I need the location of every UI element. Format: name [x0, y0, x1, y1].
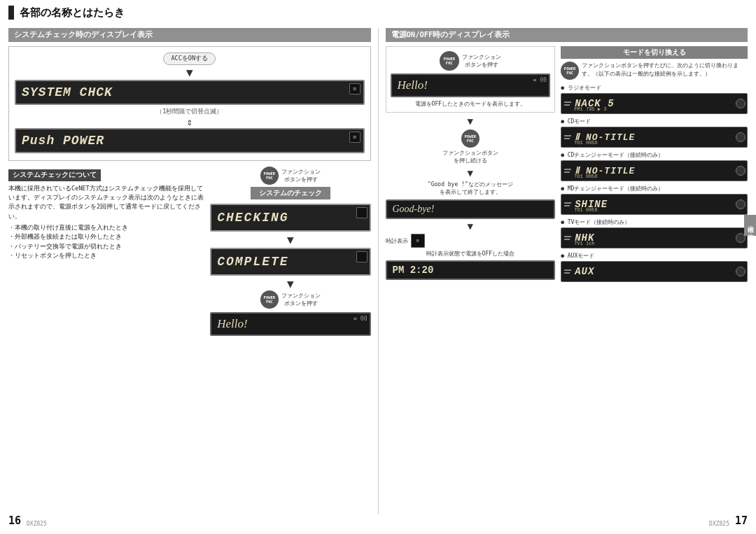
clock-power-note: 時計表示状態で電源をOFFした場合	[386, 250, 556, 258]
right-section-header: 電源ON/OFF時のディスプレイ表示	[386, 28, 748, 42]
checking-text: CHECKING	[217, 211, 288, 225]
right-page: 電源ON/OFF時のディスプレイ表示 POWER FNC ファンクション ボタン…	[382, 6, 748, 528]
tv-mode-label: ● TVモード（接続時のみ）	[561, 218, 748, 226]
hello-text-right: Hello!	[398, 78, 428, 92]
fnc-bottom-row: POWER FNC ファンクション ボタンを押す	[260, 290, 321, 309]
push-power-display: Push POWER ⊡	[15, 128, 365, 153]
aux-display: AUX	[561, 261, 748, 282]
power-off-note: 電源をOFFしたときのモードを表示します。	[415, 100, 526, 108]
mode-switch-title: モードを切り換える	[561, 46, 748, 59]
bullet-3: ・バッテリー交換等で電源が切れたとき	[8, 242, 204, 252]
cd-knob	[736, 132, 746, 142]
arrow-right-2: ▼	[386, 167, 556, 178]
bullet-list: ・本機の取り付け直後に電源を入れたとき ・外部機器を接続または取り外したとき ・…	[8, 223, 204, 261]
power-off-box: POWER FNC ファンクション ボタンを押す Hello! ≡ 00 電源を…	[386, 46, 556, 113]
bullet-1: ・本機の取り付け直後に電源を入れたとき	[8, 223, 204, 233]
arrow-check-1: ▼	[287, 233, 294, 246]
info-title: システムチェックについて	[8, 169, 101, 181]
fnc-button-right-top[interactable]: POWER FNC	[440, 51, 459, 71]
arrow-right-3: ▼	[386, 220, 556, 232]
seg-3	[356, 207, 368, 218]
tv-display: NHK TV1 1ch	[561, 227, 748, 248]
bullet-4: ・リセットボタンを押したとき	[8, 251, 204, 261]
aux-bars	[564, 269, 573, 274]
acc-label: ACCをONする	[163, 52, 216, 65]
arrow-check-2: ▼	[287, 277, 294, 290]
radio-sub: FM1 795 ▶ 3	[574, 106, 606, 112]
cd-changer-sub: TO1 0056	[574, 174, 598, 179]
complete-display: COMPLETE	[210, 248, 370, 276]
cd-changer-display: Ⅱ NO-TITLE TO1 0056	[561, 160, 748, 181]
double-arrow: ⇕	[15, 117, 365, 127]
acc-label-container: ACCをONする	[15, 52, 365, 65]
md-knob	[736, 199, 746, 209]
page-num-left: 16	[8, 514, 21, 527]
power-off-column: POWER FNC ファンクション ボタンを押す Hello! ≡ 00 電源を…	[386, 46, 556, 284]
seg-display-2: ⊡	[349, 132, 360, 143]
hello-text-left: Hello!	[217, 317, 247, 331]
arrow-1: ▼	[15, 67, 365, 78]
tv-sub: TV1 1ch	[574, 241, 594, 246]
hello-display-left: Hello! ≡ 00	[210, 312, 370, 336]
md-bars	[564, 202, 573, 207]
right-content: POWER FNC ファンクション ボタンを押す Hello! ≡ 00 電源を…	[386, 46, 748, 284]
push-fnc-label-1: ファンクション ボタンを押す	[281, 168, 321, 183]
cd-changer-knob	[736, 166, 746, 176]
mode-switch-text: ファンクションボタンを押すたびに、次のように切り換わります。（以下の表示は一般的…	[582, 62, 748, 78]
md-sub: TO1 0056	[574, 207, 598, 213]
goodbye-msg: "Good bye !"などのメッセージ を表示して終了します。	[386, 181, 556, 196]
tv-bars	[564, 235, 573, 241]
system-chck-text: SYSTEM CHCK	[22, 85, 113, 99]
radio-bars	[564, 101, 573, 106]
pm-text: PM 2:20	[393, 265, 434, 276]
pm-display: PM 2:20	[386, 260, 556, 280]
radio-knob	[736, 99, 746, 108]
fnc-continue-container: POWER FNC ファンクションボタン を押し続ける	[386, 129, 556, 164]
clock-label: 時計表示	[386, 237, 408, 245]
goodbye-text: Good-bye!	[393, 204, 435, 215]
side-tab: 本機の操作	[744, 215, 756, 236]
switch-note: （1秒間隔で切替点滅）	[15, 107, 365, 116]
cd-changer-bars	[564, 168, 573, 174]
hello-display-right: Hello! ≡ 00	[391, 73, 551, 97]
md-changer-label: ● MDチェンジャーモード（接続時のみ）	[561, 185, 748, 192]
seg-4	[356, 251, 368, 262]
mode-switch-column: モードを切り換える POWER FNC ファンクションボタンを押すたびに、次のよ…	[561, 46, 748, 284]
info-text: 本機に採用されているCeNET方式はシステムチェック機能を採用しています。ディス…	[8, 184, 204, 221]
cd-bars	[564, 134, 573, 140]
system-check-flow-header: システムのチェック	[251, 187, 330, 199]
hello-icons-right: ≡ 00	[533, 77, 547, 83]
model-left: DXZ825	[27, 521, 47, 527]
system-chck-display: SYSTEM CHCK ⊡	[15, 80, 365, 105]
radio-mode-label: ● ラジオモード	[561, 84, 748, 92]
fnc-button-2[interactable]: POWER FNC	[260, 290, 279, 309]
aux-knob	[736, 267, 746, 276]
fnc-button-1[interactable]: POWER FNC	[260, 167, 279, 185]
page-num-right: 17	[735, 514, 748, 527]
mode-fnc-row: POWER FNC ファンクションボタンを押すたびに、次のように切り換わります。…	[561, 62, 748, 80]
bullet-2: ・外部機器を接続または取り外したとき	[8, 232, 204, 242]
cd-display: Ⅱ NO-TITLE TO1 0056	[561, 127, 748, 148]
fnc-top-row: POWER FNC ファンクション ボタンを押す	[260, 167, 321, 185]
fnc-button-mode[interactable]: POWER FNC	[561, 62, 579, 80]
model-right: DXZ825	[709, 521, 729, 527]
aux-mode-label: ● AUXモード	[561, 252, 748, 260]
complete-text: COMPLETE	[217, 255, 288, 269]
push-fnc-continue: ファンクションボタン を押し続ける	[442, 149, 498, 164]
arrow-right-1: ▼	[386, 115, 556, 127]
left-section-header: システムチェック時のディスプレイ表示	[8, 28, 371, 42]
md-display: SHINE TO1 0056	[561, 194, 748, 215]
left-page: システムチェック時のディスプレイ表示 ACCをONする ▼ SYSTEM CHC…	[8, 6, 375, 528]
push-power-text: Push POWER	[22, 134, 104, 148]
clock-icon: ⊙	[411, 234, 425, 248]
cd-mode-label: ● CDモード	[561, 118, 748, 125]
cd-sub: TO1 0056	[574, 140, 598, 146]
clock-row: 時計表示 ⊙	[386, 234, 556, 248]
fnc-button-continue[interactable]: POWER FNC	[461, 129, 479, 148]
checking-display: CHECKING	[210, 204, 370, 232]
goodbye-display: Good-bye!	[386, 199, 556, 219]
system-check-section: ACCをONする ▼ SYSTEM CHCK ⊡ （1秒間隔で切替点滅） ⇕ P…	[8, 46, 371, 161]
cd-changer-label: ● CDチェンジャーモード（接続時のみ）	[561, 151, 748, 159]
info-column: システムチェックについて 本機に採用されているCeNET方式はシステムチェック機…	[8, 167, 204, 337]
push-fnc-right-top: ファンクション ボタンを押す	[462, 53, 501, 69]
